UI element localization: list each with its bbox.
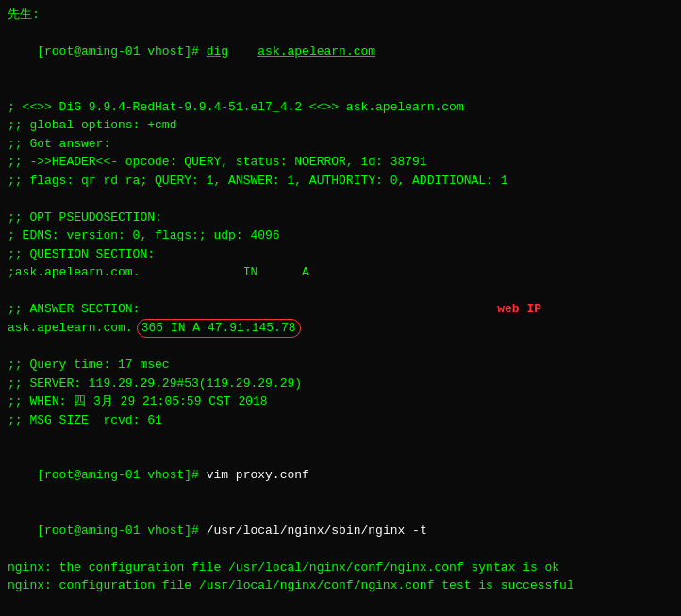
blank-line <box>8 79 673 98</box>
prompt-3: [root@aming-01 vhost]# <box>37 524 206 538</box>
nginx-t-command: /usr/local/nginx/sbin/nginx -t <box>207 524 427 538</box>
prompt-2: [root@aming-01 vhost]# <box>37 468 206 482</box>
answer-section-line: ask.apelearn.com. 365 IN A 47.91.145.78 <box>8 319 673 338</box>
cmd-vim: [root@aming-01 vhost]# vim proxy.conf <box>8 448 673 504</box>
terminal-window: 先生: [root@aming-01 vhost]# dig ask.apele… <box>0 0 681 616</box>
blank-line-5 <box>8 429 673 448</box>
output-answer-section-header: ;; ANSWER SECTION: <box>8 300 673 319</box>
output-global-options: ;; global options: +cmd <box>8 116 673 135</box>
answer-type: A <box>192 321 200 335</box>
blank-line-4 <box>8 338 673 357</box>
output-query-time: ;; Query time: 17 msec <box>8 356 673 375</box>
output-msg-size: ;; MSG SIZE rcvd: 61 <box>8 411 673 430</box>
answer-domain: ask.apelearn.com. <box>8 319 133 338</box>
output-line: 先生: <box>8 6 673 25</box>
blank-line-2 <box>8 190 673 208</box>
cmd-nginx-t: [root@aming-01 vhost]# /usr/local/nginx/… <box>8 503 673 558</box>
vim-command: vim proxy.conf <box>207 468 309 482</box>
output-edns: ; EDNS: version: 0, flags:; udp: 4096 <box>8 226 673 245</box>
answer-oval: 365 IN A 47.91.145.78 <box>137 319 301 338</box>
answer-ip: 47.91.145.78 <box>208 321 296 335</box>
blank-line-3 <box>8 282 673 301</box>
dig-arg <box>228 44 257 58</box>
answer-class: IN <box>171 321 186 335</box>
output-question-data: ;ask.apelearn.com. IN A <box>8 263 673 282</box>
command-line-dig: [root@aming-01 vhost]# dig ask.apelearn.… <box>8 25 673 80</box>
output-flags: ;; flags: qr rd ra; QUERY: 1, ANSWER: 1,… <box>8 172 673 191</box>
output-opt-pseudo: ;; OPT PSEUDOSECTION: <box>8 208 673 227</box>
output-server: ;; SERVER: 119.29.29.29#53(119.29.29.29) <box>8 375 673 393</box>
output-when: ;; WHEN: 四 3月 29 21:05:59 CST 2018 <box>8 392 673 411</box>
output-question-section: ;; QUESTION SECTION: <box>8 245 673 264</box>
output-nginx-syntax: nginx: the configuration file /usr/local… <box>8 558 673 577</box>
cmd-nginx-reload: [root@aming-01 vhost]# /usr/local/nginx/… <box>8 595 673 616</box>
output-dig-version: ; <<>> DiG 9.9.4-RedHat-9.9.4-51.el7_4.2… <box>8 98 673 117</box>
prompt: [root@aming-01 vhost]# <box>37 44 206 58</box>
web-ip-label: web IP <box>497 300 541 319</box>
output-nginx-test: nginx: configuration file /usr/local/ngi… <box>8 576 673 595</box>
dig-command: dig <box>207 44 228 58</box>
output-header: ;; ->>HEADER<<- opcode: QUERY, status: N… <box>8 153 673 172</box>
answer-ttl: 365 <box>141 321 163 335</box>
output-got-answer: ;; Got answer: <box>8 135 673 154</box>
dig-target: ask.apelearn.com <box>257 44 375 58</box>
